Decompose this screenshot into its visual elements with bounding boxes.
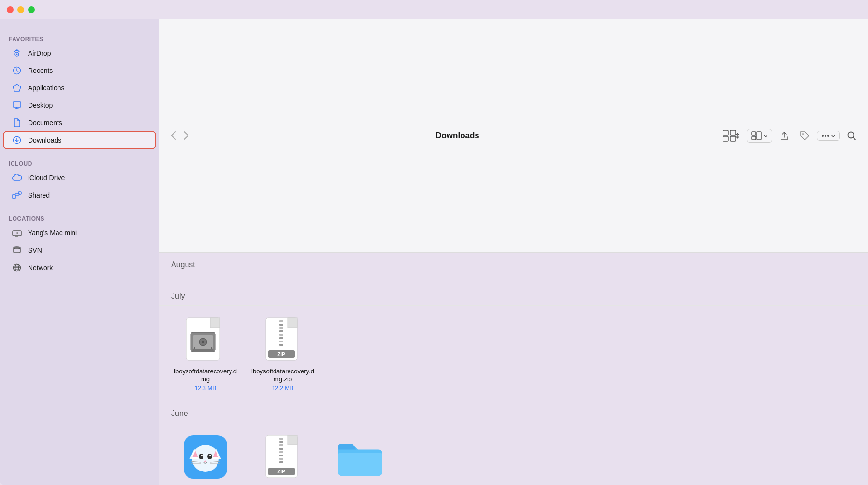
- more-options-button[interactable]: [817, 131, 840, 141]
- svg-rect-46: [279, 341, 283, 342]
- svg-rect-20: [752, 132, 756, 135]
- sidebar-item-shared-label: Shared: [28, 191, 50, 199]
- minimize-button[interactable]: [17, 6, 24, 13]
- zip1-size: 12.2 MB: [272, 385, 294, 392]
- july-header: July: [159, 284, 868, 306]
- svg-rect-36: [211, 347, 212, 349]
- svg-rect-41: [279, 324, 283, 326]
- svg-rect-11: [17, 232, 18, 234]
- file-clashx-pro[interactable]: ClashX Pro: [174, 433, 237, 485]
- svg-point-59: [209, 455, 211, 456]
- file-semrush-2[interactable]: semrush 2 5 items: [329, 433, 391, 485]
- mac-mini-icon: [12, 228, 22, 238]
- sidebar-item-network[interactable]: Network: [4, 259, 155, 276]
- svg-point-26: [827, 135, 829, 137]
- dmg-icon-wrap: [181, 315, 230, 364]
- semrush-folder-icon-wrap: [336, 433, 384, 481]
- july-files-grid: iboysoftdatarecovery.dmg 12.3 MB: [159, 306, 868, 402]
- sidebar-item-shared[interactable]: Shared: [4, 187, 155, 203]
- dmg1-name: iboysoftdatarecovery.dmg: [174, 368, 237, 384]
- svg-text:ZIP: ZIP: [277, 352, 285, 357]
- nav-buttons: [168, 129, 191, 142]
- svg-rect-4: [13, 102, 21, 107]
- sidebar-item-desktop[interactable]: Desktop: [4, 97, 155, 114]
- svg-point-33: [202, 341, 204, 343]
- icloud-header: iCloud: [0, 154, 159, 169]
- icloud-drive-icon: [12, 172, 22, 183]
- svg-point-1: [16, 54, 18, 55]
- svg-rect-66: [288, 435, 297, 445]
- sidebar-item-icloud-drive[interactable]: iCloud Drive: [4, 170, 155, 186]
- downloads-icon: [12, 135, 22, 145]
- clashx-icon-wrap: [181, 433, 230, 481]
- sidebar-item-downloads[interactable]: Downloads: [4, 132, 155, 148]
- zip-icon-wrap: ZIP: [259, 315, 307, 364]
- search-button[interactable]: [844, 129, 859, 143]
- svg-rect-34: [192, 349, 214, 351]
- svg-rect-10: [16, 232, 17, 234]
- sidebar-item-icloud-label: iCloud Drive: [28, 174, 65, 182]
- svg-rect-8: [13, 231, 21, 236]
- sidebar-item-airdrop-label: AirDrop: [28, 49, 51, 57]
- svg-rect-68: [279, 441, 283, 443]
- svg-rect-45: [279, 337, 283, 339]
- close-button[interactable]: [7, 6, 14, 13]
- toolbar-title: Downloads: [201, 131, 714, 141]
- favorites-header: Favorites: [0, 29, 159, 44]
- sidebar-item-svn[interactable]: SVN: [4, 242, 155, 258]
- file-iboysoftdatarecovery-dmg-zip[interactable]: ZIP iboysoftdatarecovery.dmg.zip 12.2 MB: [251, 315, 314, 392]
- svg-rect-40: [279, 320, 283, 322]
- svg-rect-42: [279, 327, 283, 329]
- august-header: August: [159, 253, 868, 274]
- svg-rect-67: [279, 438, 283, 440]
- sidebar-item-documents[interactable]: Documents: [4, 114, 155, 131]
- zip1-name: iboysoftdatarecovery.dmg.zip: [251, 368, 314, 384]
- svg-rect-73: [279, 458, 283, 460]
- forward-button[interactable]: [181, 129, 191, 142]
- network-icon: [12, 262, 22, 273]
- back-button[interactable]: [168, 129, 179, 142]
- sidebar-item-airdrop[interactable]: AirDrop: [4, 45, 155, 61]
- sidebar: Favorites AirDrop: [0, 19, 159, 485]
- sidebar-item-svn-label: SVN: [28, 246, 42, 254]
- sidebar-item-recents[interactable]: Recents: [4, 62, 155, 79]
- group-button[interactable]: [747, 129, 772, 143]
- svg-point-57: [207, 454, 212, 459]
- shared-icon: [12, 190, 22, 200]
- content-area: August July: [159, 253, 868, 485]
- svg-rect-47: [279, 344, 283, 346]
- desktop-icon: [12, 100, 22, 111]
- sidebar-item-recents-label: Recents: [28, 67, 53, 74]
- view-grid-button[interactable]: [720, 128, 743, 143]
- june-section: June: [159, 401, 868, 485]
- july-section: July: [159, 284, 868, 402]
- sidebar-item-yangs-mac-mini[interactable]: Yang's Mac mini: [4, 225, 155, 241]
- svg-rect-70: [279, 448, 283, 450]
- svg-rect-43: [279, 330, 283, 332]
- documents-icon: [12, 117, 22, 128]
- file-iboysoftdatarecovery-dmg[interactable]: iboysoftdatarecovery.dmg 12.3 MB: [174, 315, 237, 392]
- svg-rect-38: [288, 318, 297, 328]
- locations-header: Locations: [0, 209, 159, 224]
- tag-button[interactable]: [796, 128, 813, 143]
- fullscreen-button[interactable]: [28, 6, 35, 13]
- svg-rect-72: [279, 455, 283, 456]
- sidebar-item-applications[interactable]: Applications: [4, 80, 155, 96]
- sidebar-item-network-label: Network: [28, 264, 53, 271]
- main-content-area: Downloads: [159, 19, 868, 485]
- svg-rect-44: [279, 334, 283, 336]
- svg-rect-21: [752, 136, 756, 140]
- sidebar-item-documents-label: Documents: [28, 119, 62, 127]
- svg-point-58: [201, 455, 203, 456]
- recents-icon: [12, 65, 22, 76]
- svg-rect-69: [279, 444, 283, 446]
- file-clashx-pro-zip[interactable]: ZIP ClashX Pro.zip 22.5 MB: [251, 433, 314, 485]
- svg-point-24: [822, 135, 824, 137]
- share-button[interactable]: [776, 128, 793, 143]
- svg-rect-16: [723, 130, 728, 135]
- svg-rect-74: [279, 461, 283, 463]
- august-section: August: [159, 253, 868, 284]
- svg-point-23: [802, 133, 804, 135]
- june-files-grid: ClashX Pro: [159, 423, 868, 485]
- applications-icon: [12, 83, 22, 93]
